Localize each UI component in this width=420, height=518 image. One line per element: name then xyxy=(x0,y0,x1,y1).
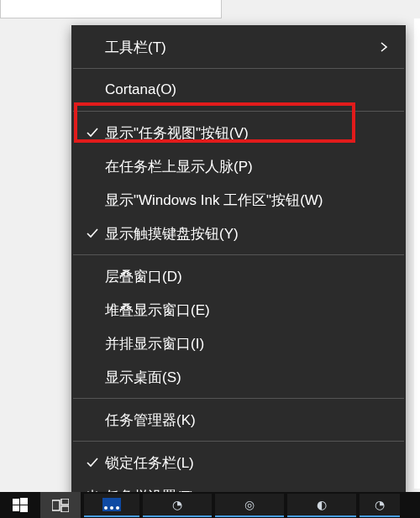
svg-rect-11 xyxy=(13,505,19,511)
menu-item-label: 堆叠显示窗口(E) xyxy=(105,301,375,320)
menu-item[interactable]: 显示触摸键盘按钮(Y) xyxy=(71,217,406,250)
check-icon xyxy=(80,227,105,240)
svg-point-17 xyxy=(104,506,108,510)
menu-item[interactable]: Cortana(O) xyxy=(71,73,406,107)
menu-item-label: 任务管理器(K) xyxy=(105,411,375,430)
windows-logo-icon xyxy=(13,498,28,513)
menu-item-label: 工具栏(T) xyxy=(105,38,375,57)
menu-item[interactable]: 并排显示窗口(I) xyxy=(71,327,406,360)
task-view-button[interactable] xyxy=(40,492,81,518)
menu-item[interactable]: 显示桌面(S) xyxy=(71,360,406,394)
taskbar[interactable]: ◔ ◎ ◐ ◔ xyxy=(0,492,420,518)
app-icon: ◔ xyxy=(375,498,385,511)
menu-item[interactable]: 在任务栏上显示人脉(P) xyxy=(71,149,406,183)
menu-item[interactable]: 显示"Windows Ink 工作区"按钮(W) xyxy=(71,183,406,217)
taskbar-app-area: ◔ ◎ ◐ ◔ xyxy=(81,492,420,518)
svg-rect-10 xyxy=(20,498,28,505)
menu-item-label: 显示桌面(S) xyxy=(105,368,375,387)
menu-item-label: 锁定任务栏(L) xyxy=(105,453,375,473)
app-icon xyxy=(102,498,121,511)
menu-separator xyxy=(73,254,404,255)
svg-point-18 xyxy=(110,506,113,510)
menu-item[interactable]: 锁定任务栏(L) xyxy=(71,446,406,479)
background-window-edge xyxy=(413,18,420,489)
task-view-icon xyxy=(52,499,69,512)
taskbar-app-tile[interactable]: ◐ xyxy=(287,494,356,517)
menu-item-label: Cortana(O) xyxy=(105,81,375,98)
svg-rect-15 xyxy=(61,506,69,512)
taskbar-app-tile[interactable]: ◔ xyxy=(143,494,212,517)
svg-rect-13 xyxy=(52,500,60,510)
start-button[interactable] xyxy=(0,492,40,518)
menu-item-label: 层叠窗口(D) xyxy=(105,267,375,286)
taskbar-app-tile[interactable]: ◔ xyxy=(360,494,400,517)
app-icon: ◎ xyxy=(244,498,255,511)
svg-rect-9 xyxy=(13,499,19,505)
svg-rect-12 xyxy=(20,505,28,512)
menu-item-label: 显示"Windows Ink 工作区"按钮(W) xyxy=(105,191,375,210)
menu-item[interactable]: 层叠窗口(D) xyxy=(71,259,406,293)
menu-item-label: 显示"任务视图"按钮(V) xyxy=(105,123,375,143)
check-icon xyxy=(80,456,105,469)
menu-item[interactable]: 工具栏(T) xyxy=(71,30,406,64)
app-icon: ◔ xyxy=(172,498,182,511)
chevron-right-icon xyxy=(375,41,392,53)
taskbar-context-menu: 工具栏(T)Cortana(O)显示"任务视图"按钮(V)在任务栏上显示人脉(P… xyxy=(71,25,406,516)
background-window-fragment xyxy=(0,0,222,18)
svg-rect-14 xyxy=(61,499,69,505)
app-icon: ◐ xyxy=(317,498,327,511)
check-icon xyxy=(80,126,105,139)
menu-item[interactable]: 显示"任务视图"按钮(V) xyxy=(71,116,406,149)
menu-item[interactable]: 任务管理器(K) xyxy=(71,403,406,437)
taskbar-app-tile[interactable] xyxy=(84,494,139,517)
menu-item-label: 在任务栏上显示人脉(P) xyxy=(105,157,375,176)
taskbar-app-tile[interactable]: ◎ xyxy=(215,494,284,517)
menu-separator xyxy=(73,398,404,399)
menu-separator xyxy=(73,441,404,442)
menu-item-label: 显示触摸键盘按钮(Y) xyxy=(105,224,375,243)
svg-point-19 xyxy=(116,506,119,510)
menu-separator xyxy=(73,111,404,112)
menu-item[interactable]: 堆叠显示窗口(E) xyxy=(71,293,406,327)
menu-separator xyxy=(73,68,404,69)
menu-item-label: 并排显示窗口(I) xyxy=(105,334,375,353)
